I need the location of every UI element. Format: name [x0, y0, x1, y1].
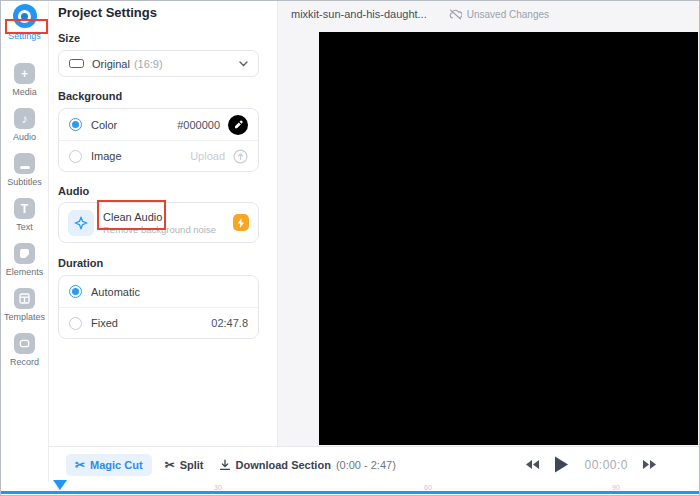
- duration-section-label: Duration: [58, 257, 259, 269]
- download-section-button[interactable]: Download Section(0:00 - 2:47): [219, 459, 396, 471]
- automatic-label: Automatic: [91, 286, 140, 298]
- fixed-duration-value: 02:47.8: [211, 317, 248, 329]
- ruler-tick: 30: [214, 484, 222, 491]
- sidebar-item-settings[interactable]: Settings: [8, 4, 41, 41]
- video-preview-canvas: [319, 32, 698, 445]
- sidebar-item-templates[interactable]: Templates: [4, 288, 45, 322]
- current-time: 00:00:0: [584, 458, 628, 472]
- page-title: Project Settings: [58, 5, 259, 20]
- clean-audio-subtitle: Remove background noise: [103, 224, 216, 235]
- ruler-tick: 60: [424, 484, 432, 491]
- image-radio[interactable]: [69, 150, 82, 163]
- templates-icon: [14, 288, 35, 309]
- premium-bolt-button[interactable]: [233, 214, 249, 231]
- size-select[interactable]: Original (16:9): [58, 50, 259, 77]
- lightning-icon: [237, 218, 245, 228]
- scissors-icon: ✂: [165, 459, 175, 471]
- clean-audio-card[interactable]: Clean Audio Remove background noise: [58, 202, 259, 243]
- size-value: Original: [92, 58, 130, 70]
- fixed-label: Fixed: [91, 317, 118, 329]
- fixed-radio[interactable]: [69, 317, 82, 330]
- upload-label: Upload: [190, 150, 225, 162]
- text-icon: T: [14, 198, 35, 219]
- split-button[interactable]: ✂ Split: [165, 459, 204, 471]
- size-ratio: (16:9): [134, 58, 163, 70]
- sidebar-item-label: Media: [12, 87, 37, 97]
- save-status-text: Unsaved Changes: [467, 9, 549, 20]
- settings-icon: [13, 4, 37, 28]
- sidebar-item-label: Audio: [13, 132, 36, 142]
- project-name: mixkit-sun-and-his-daught...: [291, 8, 427, 20]
- timeline-track-line: [1, 491, 700, 494]
- preview-area: mixkit-sun-and-his-daught... Unsaved Cha…: [278, 1, 700, 446]
- sidebar-item-media[interactable]: + Media: [12, 63, 37, 97]
- background-card: Color #000000 Image Upload: [58, 108, 259, 172]
- automatic-radio[interactable]: [69, 285, 82, 298]
- sidebar-item-label: Templates: [4, 312, 45, 322]
- playhead-marker[interactable]: [53, 480, 67, 490]
- elements-icon: [14, 243, 35, 264]
- sidebar-item-label: Settings: [8, 31, 41, 41]
- sidebar-item-label: Record: [10, 357, 39, 367]
- media-plus-icon: +: [14, 63, 35, 84]
- sidebar-item-label: Elements: [6, 267, 44, 277]
- fast-forward-button[interactable]: [643, 460, 656, 469]
- color-swatch[interactable]: [228, 115, 248, 135]
- download-label: Download Section: [236, 459, 331, 471]
- size-section-label: Size: [58, 32, 259, 44]
- timeline-ruler: 0 30 60 90: [1, 482, 700, 496]
- duration-fixed-row[interactable]: Fixed 02:47.8: [59, 307, 258, 338]
- background-section-label: Background: [58, 90, 259, 102]
- play-button[interactable]: [554, 456, 569, 473]
- download-icon: [219, 459, 231, 471]
- chevron-down-icon: [239, 61, 248, 67]
- clean-audio-title: Clean Audio: [103, 211, 216, 223]
- sparkle-icon: [68, 210, 94, 236]
- sidebar-item-text[interactable]: T Text: [14, 198, 35, 232]
- eyedropper-icon: [233, 119, 244, 130]
- sidebar-item-subtitles[interactable]: Subtitles: [7, 153, 42, 187]
- magic-cut-button[interactable]: ✂ Magic Cut: [66, 454, 152, 476]
- background-image-row[interactable]: Image Upload: [59, 140, 258, 171]
- aspect-ratio-icon: [69, 59, 84, 68]
- save-status: Unsaved Changes: [449, 9, 549, 20]
- preview-header: mixkit-sun-and-his-daught... Unsaved Cha…: [278, 1, 700, 27]
- sidebar-item-elements[interactable]: Elements: [6, 243, 44, 277]
- record-icon: [14, 333, 35, 354]
- sidebar-item-label: Text: [16, 222, 33, 232]
- background-color-row[interactable]: Color #000000: [59, 109, 258, 140]
- color-label: Color: [91, 119, 117, 131]
- sidebar-item-audio[interactable]: ♪ Audio: [13, 108, 36, 142]
- magic-scissors-icon: ✂: [75, 459, 85, 471]
- sidebar-item-record[interactable]: Record: [10, 333, 39, 367]
- sidebar: Settings + Media ♪ Audio Subtitles T Tex…: [1, 1, 49, 482]
- rewind-button[interactable]: [526, 460, 539, 469]
- duration-automatic-row[interactable]: Automatic: [59, 276, 258, 307]
- timeline-toolbar: ✂ Magic Cut ✂ Split Download Section(0:0…: [49, 446, 700, 482]
- subtitles-icon: [14, 153, 35, 174]
- ruler-tick: 90: [612, 484, 620, 491]
- sidebar-item-label: Subtitles: [7, 177, 42, 187]
- music-note-icon: ♪: [14, 108, 35, 129]
- upload-icon[interactable]: [233, 149, 248, 164]
- audio-section-label: Audio: [58, 185, 259, 197]
- color-hex-value: #000000: [177, 119, 220, 131]
- duration-card: Automatic Fixed 02:47.8: [58, 275, 259, 339]
- split-label: Split: [180, 459, 204, 471]
- color-radio[interactable]: [69, 118, 82, 131]
- playback-controls: 00:00:0: [526, 447, 656, 482]
- download-range: (0:00 - 2:47): [336, 459, 396, 471]
- magic-cut-label: Magic Cut: [90, 459, 143, 471]
- cloud-off-icon: [449, 9, 462, 20]
- video-editor-window: Settings + Media ♪ Audio Subtitles T Tex…: [0, 0, 700, 496]
- project-settings-panel: Project Settings Size Original (16:9) Ba…: [49, 1, 278, 446]
- image-label: Image: [91, 150, 122, 162]
